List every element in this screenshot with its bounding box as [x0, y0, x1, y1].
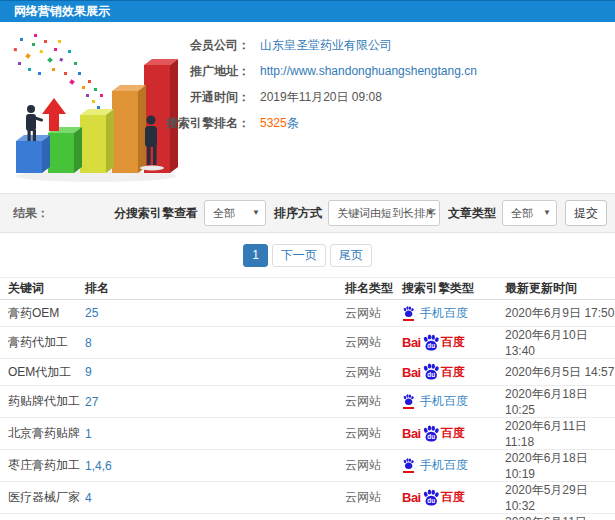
mobile-baidu-icon: [402, 306, 415, 321]
table-row: 枣庄膏药加工1,4,6云网站手机百度2020年6月18日 10:19: [0, 450, 615, 482]
baidu-logo: Baidu百度: [402, 425, 465, 443]
rank-cell: 17: [85, 514, 345, 520]
updated-cell: 2020年5月29日 10:32: [505, 482, 615, 514]
baidu-paw-icon: [402, 458, 415, 470]
pagination: 1 下一页 尾页: [0, 233, 615, 277]
col-updated: 最新更新时间: [505, 278, 615, 300]
mobile-baidu-logo: 手机百度: [402, 393, 468, 410]
rank-type-cell: 云网站: [345, 327, 402, 359]
engine-type-cell: Baidu百度: [402, 327, 505, 359]
baidu-logo: Baidu百度: [402, 334, 465, 352]
col-engine-type: 搜索引擎类型: [402, 278, 505, 300]
engine-label: 手机百度: [420, 457, 468, 474]
open-time-row: 开通时间： 2019年11月20日 09:08: [150, 84, 477, 110]
keyword-cell: 枣庄膏药加工: [0, 450, 85, 482]
engine-label: 手机百度: [420, 305, 468, 322]
rank-cell: 9: [85, 359, 345, 386]
rank-type-cell: 云网站: [345, 482, 402, 514]
col-rank: 排名: [85, 278, 345, 300]
engine-type-cell: 手机百度: [402, 300, 505, 327]
updated-cell: 2020年6月11日 11:40: [505, 514, 615, 520]
title-bar: 网络营销效果展示: [0, 0, 615, 22]
rank-link[interactable]: 27: [85, 395, 98, 409]
sort-filter-select[interactable]: 关键词由短到长排序▼: [328, 200, 440, 226]
sort-filter-label: 排序方式: [274, 205, 322, 222]
engine-filter-select[interactable]: 全部▼: [204, 200, 266, 226]
baidu-logo: Baidu百度: [402, 363, 465, 381]
rank-cell: 1,4,6: [85, 450, 345, 482]
keyword-cell: 医疗器械厂家: [0, 482, 85, 514]
open-time-value: 2019年11月20日 09:08: [260, 89, 382, 106]
chevron-down-icon: ▼: [252, 201, 260, 225]
keyword-rank-table: 关键词 排名 排名类型 搜索引擎类型 最新更新时间 膏药OEM25云网站手机百度…: [0, 277, 615, 520]
rank-link[interactable]: 1,4,6: [85, 459, 112, 473]
engine-type-cell: Baidu百度: [402, 482, 505, 514]
mobile-baidu-logo: 手机百度: [402, 305, 468, 322]
page-1-button[interactable]: 1: [243, 244, 268, 267]
open-time-label: 开通时间：: [150, 89, 250, 106]
last-page-button[interactable]: 尾页: [330, 244, 372, 267]
table-row: 医疗器械厂家4云网站Baidu百度2020年5月29日 10:32: [0, 482, 615, 514]
member-info: 会员公司： 山东皇圣堂药业有限公司 推广地址： http://www.shand…: [150, 32, 477, 136]
company-label: 会员公司：: [150, 37, 250, 54]
company-link[interactable]: 山东皇圣堂药业有限公司: [260, 37, 392, 54]
submit-button[interactable]: 提交: [565, 200, 607, 226]
rank-link[interactable]: 4: [85, 491, 92, 505]
mobile-baidu-icon: [402, 394, 415, 409]
updated-cell: 2020年6月5日 14:57: [505, 359, 615, 386]
svg-text:du: du: [427, 342, 435, 349]
baidu-paw-icon: du: [422, 334, 440, 352]
table-row: 药贴牌代加工27云网站手机百度2020年6月18日 10:25: [0, 386, 615, 418]
article-type-label: 文章类型: [448, 205, 496, 222]
table-row: 膏药代加工8云网站Baidu百度2020年6月10日 13:40: [0, 327, 615, 359]
keyword-cell: 菏泽膏药厂家: [0, 514, 85, 520]
baidu-paw-icon: du: [422, 363, 440, 381]
rank-link[interactable]: 25: [85, 306, 98, 320]
confetti-dots: [14, 34, 103, 109]
table-row: OEM代加工9云网站Baidu百度2020年6月5日 14:57: [0, 359, 615, 386]
rank-type-cell: 云网站: [345, 359, 402, 386]
promo-url-label: 推广地址：: [150, 63, 250, 80]
baidu-logo: Baidu百度: [402, 489, 465, 507]
rank-link[interactable]: 8: [85, 336, 92, 350]
svg-text:du: du: [427, 371, 435, 378]
updated-cell: 2020年6月9日 17:50: [505, 300, 615, 327]
rank-link[interactable]: 1: [85, 427, 92, 441]
rank-cell: 4: [85, 482, 345, 514]
rank-cell: 25: [85, 300, 345, 327]
keyword-cell: 药贴牌代加工: [0, 386, 85, 418]
info-section: 会员公司： 山东皇圣堂药业有限公司 推广地址： http://www.shand…: [0, 22, 615, 193]
chevron-down-icon: ▼: [426, 201, 434, 225]
keyword-cell: 膏药代加工: [0, 327, 85, 359]
table-row: 膏药OEM25云网站手机百度2020年6月9日 17:50: [0, 300, 615, 327]
rank-link[interactable]: 9: [85, 365, 92, 379]
rank-cell: 1: [85, 418, 345, 450]
rank-cell: 27: [85, 386, 345, 418]
keyword-cell: 北京膏药贴牌: [0, 418, 85, 450]
engine-rank-label: 搜索引擎排名：: [150, 115, 250, 132]
next-page-button[interactable]: 下一页: [272, 244, 326, 267]
engine-rank-value: 5325条: [260, 115, 299, 132]
bar-orange: [112, 85, 146, 173]
rank-type-cell: 云网站: [345, 450, 402, 482]
engine-filter-label: 分搜索引擎查看: [114, 205, 198, 222]
rank-type-cell: 云网站: [345, 300, 402, 327]
engine-type-cell: 手机百度: [402, 386, 505, 418]
engine-type-cell: 手机百度: [402, 450, 505, 482]
updated-cell: 2020年6月11日 11:18: [505, 418, 615, 450]
rank-type-cell: 云网站: [345, 418, 402, 450]
keyword-cell: 膏药OEM: [0, 300, 85, 327]
svg-text:du: du: [427, 497, 435, 504]
updated-cell: 2020年6月18日 10:25: [505, 386, 615, 418]
filter-bar: 结果： 分搜索引擎查看 全部▼ 排序方式 关键词由短到长排序▼ 文章类型 全部▼…: [0, 193, 615, 233]
mobile-baidu-logo: 手机百度: [402, 457, 468, 474]
rank-unit: 条: [287, 116, 299, 130]
promo-url-link[interactable]: http://www.shandonghuangshengtang.cn: [260, 64, 477, 78]
mobile-baidu-icon: [402, 458, 415, 473]
engine-type-cell: Baidu百度: [402, 359, 505, 386]
col-rank-type: 排名类型: [345, 278, 402, 300]
article-type-select[interactable]: 全部▼: [502, 200, 557, 226]
baidu-paw-icon: du: [422, 489, 440, 507]
rank-type-cell: 云网站: [345, 386, 402, 418]
engine-rank-row: 搜索引擎排名： 5325条: [150, 110, 477, 136]
